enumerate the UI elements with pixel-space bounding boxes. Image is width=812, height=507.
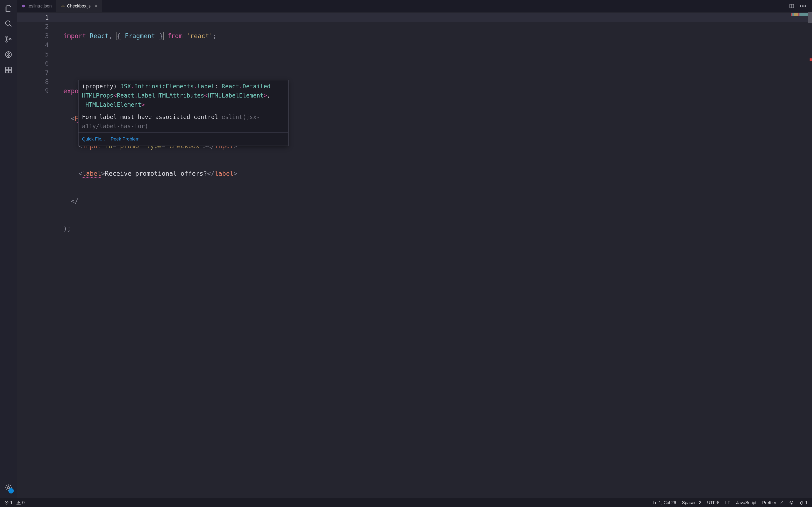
svg-line-1 [9, 24, 11, 26]
status-language[interactable]: JavaScript [736, 500, 756, 505]
warning-icon [16, 501, 21, 505]
editor-tabs: .eslintrc.json JS Checkbox.js × ••• [17, 0, 812, 12]
bell-icon [800, 501, 804, 505]
hover-actions: Quick Fix... Peek Problem [79, 132, 288, 146]
close-tab-icon[interactable]: × [95, 4, 98, 9]
status-warnings[interactable]: 0 [16, 500, 24, 505]
explorer-icon[interactable] [5, 4, 12, 12]
scrollbar[interactable] [808, 12, 812, 498]
status-feedback[interactable] [789, 501, 794, 505]
svg-point-20 [790, 501, 793, 504]
status-errors[interactable]: 1 [4, 500, 12, 505]
tab-label: .eslintrc.json [28, 4, 52, 9]
svg-rect-10 [9, 70, 11, 73]
split-editor-icon[interactable] [789, 3, 794, 9]
peek-problem-link[interactable]: Peek Problem [111, 134, 140, 144]
code-line: ); [63, 224, 793, 233]
svg-point-3 [6, 41, 7, 42]
svg-point-19 [18, 504, 19, 504]
source-control-icon[interactable] [5, 35, 12, 43]
tab-label: Checkbox.js [67, 4, 91, 9]
more-actions-icon[interactable]: ••• [800, 3, 807, 9]
extensions-icon[interactable] [5, 66, 12, 74]
scrollbar-thumb[interactable] [808, 12, 812, 23]
settings-badge: 1 [8, 488, 14, 494]
code-editor[interactable]: 1 2 3 4 5 6 7 8 9 import React, { Fragme… [17, 12, 812, 498]
status-indent[interactable]: Spaces: 2 [682, 500, 701, 505]
line-gutter: 1 2 3 4 5 6 7 8 9 [17, 13, 57, 96]
debug-disabled-icon[interactable] [5, 51, 12, 58]
status-encoding[interactable]: UTF-8 [707, 500, 719, 505]
code-line [63, 59, 793, 68]
svg-point-4 [10, 38, 11, 40]
search-icon[interactable] [5, 20, 12, 27]
svg-point-2 [6, 36, 7, 38]
smiley-icon [789, 501, 794, 505]
code-line: </ [63, 196, 793, 206]
svg-point-11 [7, 487, 9, 489]
svg-point-0 [6, 21, 10, 25]
error-icon [4, 501, 9, 505]
hover-signature: (property) JSX.IntrinsicElements.label: … [79, 80, 288, 111]
svg-marker-12 [22, 5, 24, 7]
tab-eslintrc[interactable]: .eslintrc.json [17, 0, 56, 12]
quick-fix-link[interactable]: Quick Fix... [82, 134, 105, 144]
status-eol[interactable]: LF [725, 500, 730, 505]
activity-bar: 1 [0, 0, 17, 498]
svg-rect-7 [6, 67, 8, 70]
status-bar: 1 0 Ln 1, Col 26 Spaces: 2 UTF-8 LF Java… [0, 498, 812, 507]
svg-point-22 [792, 502, 792, 503]
minimap[interactable] [791, 13, 808, 16]
code-line: import React, { Fragment } from 'react'; [63, 32, 793, 41]
status-cursor-position[interactable]: Ln 1, Col 26 [653, 500, 676, 505]
error-marker[interactable] [810, 58, 812, 61]
tab-checkbox-active[interactable]: JS Checkbox.js × [56, 0, 102, 12]
app-root: 1 .eslintrc.json JS Checkbox.js × ••• 1 … [0, 0, 812, 507]
code-line: <label>Receive promotional offers?</labe… [63, 169, 793, 178]
status-prettier[interactable]: Prettier: [762, 500, 783, 505]
editor-actions: ••• [789, 0, 812, 12]
code-line [63, 251, 793, 261]
hover-tooltip: (property) JSX.IntrinsicElements.label: … [78, 80, 289, 146]
js-file-icon: JS [61, 4, 64, 8]
status-notifications[interactable]: 1 [800, 500, 808, 505]
settings-button[interactable]: 1 [5, 484, 12, 493]
svg-rect-9 [6, 70, 8, 73]
hover-diagnostic: Form label must have associated control … [79, 111, 288, 132]
svg-point-21 [791, 502, 791, 503]
code-content: import React, { Fragment } from 'react';… [63, 13, 793, 279]
svg-rect-8 [9, 67, 11, 70]
eslint-file-icon [21, 4, 25, 8]
